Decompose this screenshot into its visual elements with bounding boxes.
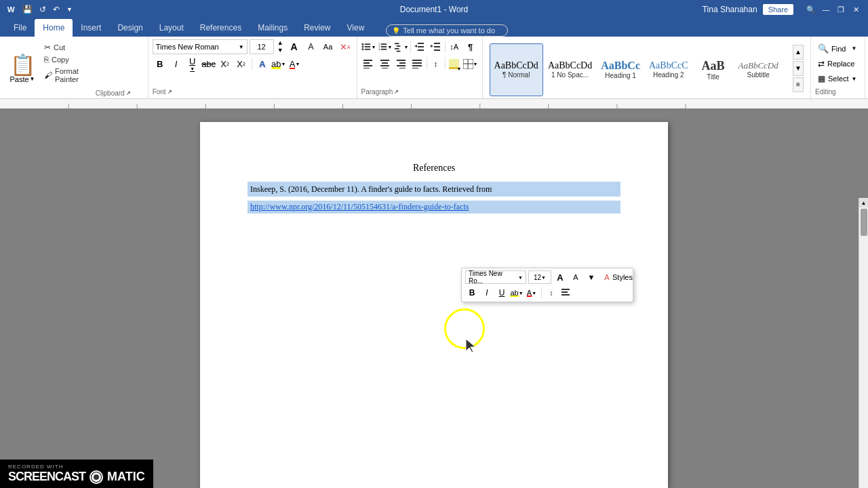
close-btn[interactable]: ✕ [849,3,863,16]
borders-btn[interactable]: ▼ [463,56,478,71]
sort-btn[interactable]: ↕A [447,39,462,54]
tab-mailings[interactable]: Mailings [250,19,296,37]
justify-btn[interactable] [410,56,425,71]
line-spacing-btn[interactable]: ↕ [429,56,443,71]
mini-align-btn[interactable] [559,286,573,300]
copy-button[interactable]: ⎘ Copy [42,54,83,65]
citation-url[interactable]: http://www.npr.org/2016/12/11/505154631/… [248,201,620,214]
strikethrough-btn[interactable]: abc [201,56,216,71]
style-no-spacing[interactable]: AaBbCcDd 1 No Spac... [544,43,596,96]
superscript-btn[interactable]: X2 [234,56,249,71]
align-left-btn[interactable] [361,56,376,71]
style-heading2[interactable]: AaBbCcC Heading 2 [645,43,692,96]
mini-grow-btn[interactable]: A [553,270,567,284]
autosave-btn[interactable]: ↺ [37,3,48,16]
cut-button[interactable]: ✂ Cut [42,42,83,53]
mini-format-btn2[interactable]: A [600,270,614,284]
mini-bold-btn[interactable]: B [465,286,479,300]
mini-styles-label[interactable]: Styles [616,270,629,284]
tab-file[interactable]: File [5,19,35,37]
undo-quick-btn[interactable]: ↶ [51,3,62,16]
font-name-dropdown[interactable]: Times New Roman ▼ [153,39,248,54]
tab-design[interactable]: Design [109,19,151,37]
font-size-input[interactable]: 12 [250,39,274,54]
tab-home[interactable]: Home [35,19,73,37]
font-size-shrink-btn[interactable]: A [304,39,319,54]
tell-me-search[interactable]: 💡 Tell me what you want to do [386,24,508,37]
bullets-btn[interactable]: ▼ [361,39,376,54]
scroll-track[interactable] [859,207,868,488]
multilevel-list-btn[interactable]: ▼ [394,39,409,54]
mini-underline-btn[interactable]: U [495,286,509,300]
user-name: Tina Shanahan [703,5,757,14]
italic-button[interactable]: I [169,56,184,71]
citation-text[interactable]: Inskeep, S. (2016, December 11). A finde… [248,182,620,197]
change-case-btn[interactable]: Aa [321,39,336,54]
mini-italic-btn[interactable]: I [480,286,494,300]
replace-button[interactable]: ⇄ Replace [815,58,860,70]
style-title[interactable]: AaB Title [693,43,734,96]
mini-font-size-input[interactable]: 12 ▼ [528,270,551,284]
document-page: References Inskeep, S. (2016, December 1… [200,122,668,488]
bold-button[interactable]: B [153,56,167,71]
svg-rect-33 [382,68,388,68]
vertical-scrollbar[interactable]: ▲ ▼ [859,198,868,488]
clipboard-group-label: Clipboard [96,89,125,97]
mini-format-btn1[interactable]: ▼ [585,270,598,284]
minimize-btn[interactable]: — [819,3,833,16]
format-painter-button[interactable]: 🖌 Format Painter [42,66,83,84]
find-arrow[interactable]: ▼ [852,45,857,52]
font-expand-icon[interactable]: ↗ [167,89,172,95]
font-color-btn[interactable]: A ▼ [288,56,302,71]
subscript-btn[interactable]: X2 [218,56,233,71]
mini-shrink-btn[interactable]: A [569,270,583,284]
clear-format-btn[interactable]: ✕A [338,39,353,54]
save-quick-btn[interactable]: 💾 [20,3,35,16]
scroll-thumb[interactable] [861,209,867,236]
style-heading1[interactable]: AaBbCc Heading 1 [597,43,644,96]
mini-font-name-dropdown[interactable]: Times New Ro... ▼ [465,270,526,284]
text-effect-btn[interactable]: A [255,56,270,71]
mini-para-spacing-btn[interactable]: ↕ [545,286,558,300]
numbering-btn[interactable]: 1.2.3. ▼ [378,39,393,54]
styles-more[interactable]: ≡ [793,77,804,92]
align-right-btn[interactable] [394,56,409,71]
find-button[interactable]: 🔍 Find ▼ [815,42,860,55]
font-size-decrease[interactable]: ▼ [276,47,285,54]
share-button[interactable]: Share [763,4,793,15]
scroll-up-arrow[interactable]: ▲ [859,198,869,207]
styles-scroll-up[interactable]: ▲ [793,45,804,60]
text-highlight-btn[interactable]: ab ▼ [271,56,286,71]
paragraph-expand-icon[interactable]: ↗ [394,89,399,95]
tab-review[interactable]: Review [296,19,338,37]
watermark-brand: SCREENCAST MATIC [8,470,145,484]
paste-dropdown-icon[interactable]: ▼ [30,76,35,82]
svg-rect-26 [363,60,372,61]
decrease-indent-btn[interactable] [412,39,427,54]
tab-layout[interactable]: Layout [151,19,192,37]
style-subtitle[interactable]: AaBbCcDd Subtitle [734,43,783,96]
style-normal[interactable]: AaBbCcDd ¶ Normal [490,43,543,96]
select-button[interactable]: ▦ Select ▼ [815,73,860,85]
font-size-grow-btn[interactable]: A [287,39,302,54]
tab-view[interactable]: View [339,19,373,37]
styles-scroll-down[interactable]: ▼ [793,61,804,76]
mini-highlight-btn[interactable]: ab ▼ [510,286,524,300]
increase-indent-btn[interactable] [429,39,443,54]
restore-btn[interactable]: ❐ [834,3,848,16]
clipboard-expand-icon[interactable]: ↗ [126,90,131,96]
search-btn[interactable]: 🔍 [804,3,818,16]
more-quick-btn[interactable]: ▼ [64,5,75,14]
style-subtitle-label: Subtitle [747,71,769,79]
select-arrow[interactable]: ▼ [852,76,857,82]
underline-dropdown[interactable]: ▼ [190,66,195,71]
align-center-btn[interactable] [378,56,393,71]
shading-btn[interactable]: ▼ [447,56,462,71]
mini-font-color-btn[interactable]: A ▼ [525,286,538,300]
font-size-increase[interactable]: ▲ [276,39,285,47]
paste-button[interactable]: 📋 Paste ▼ [5,39,39,98]
tab-references[interactable]: References [192,19,250,37]
underline-button[interactable]: U ▼ [185,56,200,71]
show-marks-btn[interactable]: ¶ [463,39,478,54]
tab-insert[interactable]: Insert [73,19,109,37]
